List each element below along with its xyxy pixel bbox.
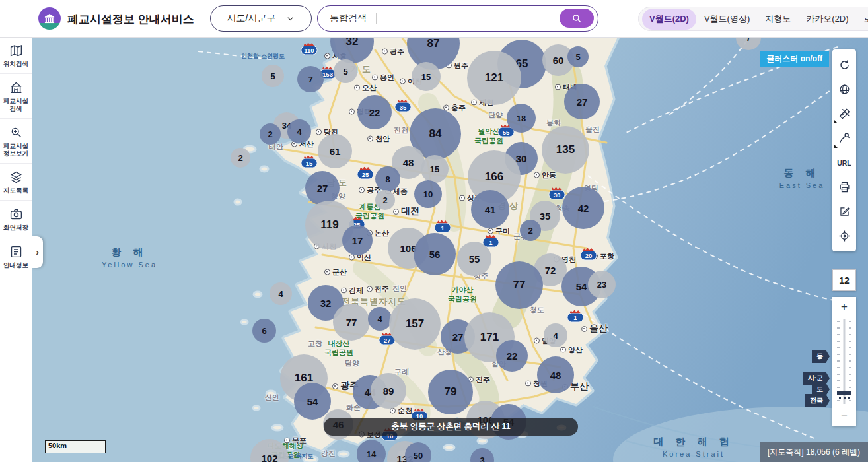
zoom-slider-handle[interactable] <box>837 391 851 395</box>
search-icon <box>571 13 582 24</box>
zoom-in-button[interactable]: + <box>832 297 856 317</box>
cluster-toggle-button[interactable]: 클러스터 on/off <box>760 51 829 67</box>
map-cluster[interactable]: 41 <box>471 190 509 228</box>
zoom-out-button[interactable]: − <box>832 407 856 426</box>
list-icon <box>9 245 23 259</box>
tool-locate[interactable] <box>832 224 856 248</box>
sidebar-item-closed-school-info[interactable]: 폐교시설정보보기 <box>0 119 32 164</box>
school-building-icon <box>43 12 56 25</box>
map-type-3[interactable]: 지형도 <box>758 9 798 30</box>
search-label: 통합검색 <box>330 13 367 24</box>
tool-edit[interactable] <box>832 199 856 224</box>
tool-measure[interactable] <box>832 102 856 126</box>
map-cluster[interactable]: 4 <box>270 282 292 305</box>
map-type-switcher: V월드(2D)V월드(영상)지형도카카오(2D)로드뷰 <box>638 7 868 31</box>
map-cluster[interactable]: 10 <box>414 180 442 208</box>
tool-print[interactable] <box>832 175 856 199</box>
map-icon <box>9 44 23 57</box>
map-cluster[interactable]: 23 <box>588 271 616 298</box>
map-cluster[interactable]: 77 <box>495 261 543 309</box>
map-cluster[interactable]: 157 <box>389 298 441 350</box>
region-dropdown-label: 시도/시군구 <box>227 13 276 24</box>
sidebar-item-label: 폐교시설정보보기 <box>3 142 28 157</box>
tool-refresh[interactable] <box>832 53 856 77</box>
map-cluster[interactable]: 5 <box>567 46 589 67</box>
print-icon <box>838 181 851 193</box>
map-cluster[interactable]: 27 <box>564 84 600 119</box>
globe-icon <box>838 83 851 96</box>
submenu-flag <box>834 120 838 123</box>
page-title: 폐교시설정보 안내서비스 <box>67 12 194 27</box>
map-cluster[interactable]: 135 <box>542 126 589 174</box>
tool-globe[interactable] <box>832 77 856 102</box>
refresh-icon <box>838 59 851 71</box>
map-cluster[interactable]: 4 <box>368 307 392 331</box>
map-cluster[interactable]: 15 <box>412 62 441 91</box>
scale-bar: 50km <box>45 440 106 453</box>
tool-draw[interactable] <box>832 126 856 150</box>
sidebar-item-label: 화면저장 <box>3 224 28 231</box>
edit-icon <box>838 205 851 218</box>
app-logo <box>38 7 61 30</box>
map-cluster[interactable]: 8 <box>375 166 400 191</box>
sidebar-item-location-search[interactable]: 위치검색 <box>0 37 32 74</box>
zoom-slider-panel: + − <box>832 297 856 426</box>
map-cluster[interactable]: 5 <box>262 65 284 87</box>
map-cluster[interactable]: 22 <box>357 95 392 129</box>
search-button[interactable] <box>560 9 594 28</box>
map-cluster[interactable]: 2 <box>231 148 250 168</box>
sidebar-item-screen-capture[interactable]: 화면저장 <box>0 201 32 238</box>
map-type-2[interactable]: V월드(영상) <box>697 9 757 30</box>
map-cluster[interactable]: 61 <box>318 134 352 168</box>
map-cluster[interactable]: 121 <box>467 51 521 105</box>
map-canvas[interactable]: 기도남도경상전북특별자치도 월악산 국립공원계룡산 국립공원내장산 국립공원가야… <box>32 37 868 462</box>
search-bar: 통합검색 <box>317 5 598 32</box>
map-cluster[interactable]: 79 <box>428 370 473 414</box>
map-cluster[interactable]: 42 <box>562 187 604 229</box>
map-cluster[interactable]: 55 <box>457 242 491 276</box>
building-icon <box>9 81 23 94</box>
map-cluster[interactable]: 56 <box>414 233 456 275</box>
camera-icon <box>9 207 23 221</box>
header: 폐교시설정보 안내서비스 시도/시군구 통합검색 V월드(2D)V월드(영상)지… <box>0 0 868 38</box>
map-cluster[interactable]: 7 <box>297 66 324 92</box>
map-type-1[interactable]: V월드(2D) <box>642 9 696 30</box>
draw-icon <box>838 132 851 145</box>
map-cluster[interactable]: 2 <box>375 190 395 210</box>
sidebar-item-label: 지도목록 <box>3 187 28 194</box>
tool-url[interactable]: URL <box>832 150 856 175</box>
zoom-slider-track[interactable] <box>832 317 856 407</box>
address-tooltip: 충북 영동군 상촌면 흥덕리 산 11 <box>324 418 578 436</box>
map-cluster[interactable]: 54 <box>294 383 331 420</box>
region-dropdown[interactable]: 시도/시군구 <box>210 5 312 32</box>
map-scale-readout: [지도축척] 18,056 (6 레벨) <box>760 442 868 462</box>
map-type-4[interactable]: 카카오(2D) <box>799 9 855 30</box>
map-cluster[interactable]: 4 <box>544 323 567 347</box>
map-cluster[interactable]: 27 <box>305 171 340 205</box>
zoom-tag-전국[interactable]: 전국 <box>805 394 830 407</box>
map-cluster[interactable]: 77 <box>333 304 370 341</box>
map-cluster[interactable]: 5 <box>334 59 357 83</box>
sidebar-item-label: 위치검색 <box>3 60 28 67</box>
map-cluster[interactable]: 89 <box>371 373 406 409</box>
sidebar-item-map-list[interactable]: 지도목록 <box>0 164 32 201</box>
sidebar-item-closed-school-search[interactable]: 폐교시설검색 <box>0 74 32 119</box>
layers-icon <box>9 170 23 184</box>
chevron-down-icon <box>286 15 295 23</box>
map-cluster[interactable]: 15 <box>421 155 449 183</box>
sidebar-item-label: 안내정보 <box>3 261 28 269</box>
map-cluster[interactable]: 48 <box>537 356 574 393</box>
search-icon <box>9 125 23 139</box>
sidebar: 위치검색폐교시설검색폐교시설정보보기지도목록화면저장안내정보 <box>0 37 32 462</box>
map-cluster[interactable]: 4 <box>287 119 311 143</box>
map-cluster[interactable]: 22 <box>496 340 528 372</box>
sidebar-collapse-handle[interactable]: › <box>32 236 43 268</box>
map-cluster[interactable]: 6 <box>252 319 276 343</box>
map-cluster[interactable]: 2 <box>260 123 281 145</box>
map-cluster[interactable]: 2 <box>520 220 541 241</box>
sidebar-item-guide-info[interactable]: 안내정보 <box>0 238 32 275</box>
map-cluster[interactable]: 17 <box>342 225 373 255</box>
map-type-5[interactable]: 로드뷰 <box>857 9 868 30</box>
zoom-level-indicator: 12 <box>832 269 856 291</box>
map-cluster[interactable]: 18 <box>507 104 536 133</box>
